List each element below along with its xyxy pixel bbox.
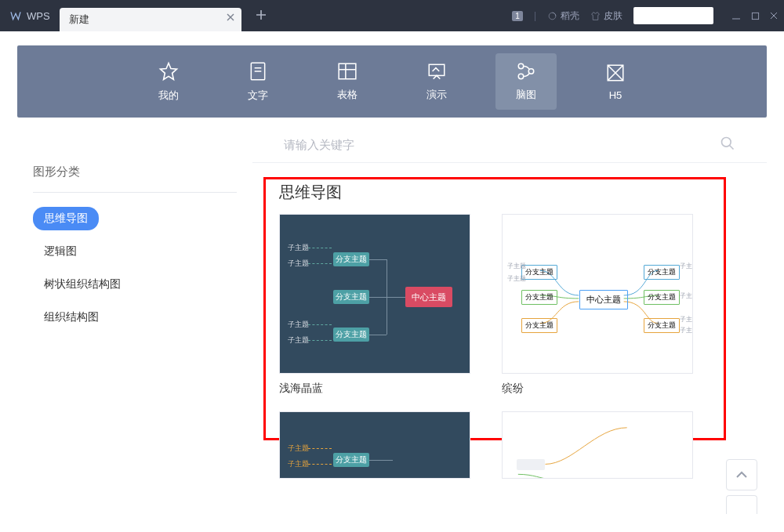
close-button[interactable] [768, 10, 779, 21]
template-thumb-4[interactable] [502, 411, 693, 479]
template-thumb-1[interactable]: 中心主题 分支主题 分支主题 分支主题 子主题 子主题 子主题 子主题 [279, 214, 470, 374]
template-link[interactable]: 稻壳 [547, 9, 579, 23]
category-org[interactable]: 组织结构图 [33, 306, 110, 329]
mindmap-icon [515, 61, 537, 81]
template-thumb-3[interactable]: 分支主题 子主题 子主题 [279, 411, 470, 479]
brand-text: WPS [27, 10, 50, 22]
scroll-top-button[interactable] [726, 459, 757, 490]
minimize-button[interactable] [731, 10, 742, 21]
document-icon [248, 60, 268, 82]
section-title: 思维导图 [279, 182, 767, 203]
tool-doc[interactable]: 文字 [227, 53, 289, 110]
svg-rect-1 [752, 13, 758, 19]
tool-mind[interactable]: 脑图 [495, 53, 557, 110]
tool-sheet[interactable]: 表格 [317, 53, 378, 110]
search-row [252, 127, 767, 163]
template-gallery: 思维导图 中心主题 分支主题 分支主题 分支主题 子主题 子主题 子主题 子主题 [252, 163, 767, 517]
star-icon [158, 60, 180, 82]
main-panel: 思维导图 中心主题 分支主题 分支主题 分支主题 子主题 子主题 子主题 子主题 [252, 127, 767, 517]
category-tree-org[interactable]: 树状组织结构图 [33, 273, 132, 296]
svg-point-0 [549, 13, 556, 20]
tool-h5[interactable]: H5 [585, 53, 646, 110]
skin-link[interactable]: 皮肤 [590, 9, 622, 23]
template-item-2: 中心主题 分支主题 分支主题 分支主题 分支主题 分支主题 分支主题 子主题 子… [502, 214, 693, 396]
category-toolbar: 我的 文字 表格 演示 脑图 H5 [17, 45, 767, 118]
skin-icon [590, 11, 601, 21]
template-name-1: 浅海晶蓝 [279, 382, 470, 396]
titlebar-search[interactable] [633, 7, 713, 24]
close-icon[interactable] [226, 13, 235, 24]
new-tab-button[interactable] [256, 8, 267, 24]
tab-new[interactable]: 新建 [60, 8, 241, 31]
maximize-button[interactable] [750, 10, 760, 21]
feedback-tab[interactable] [726, 495, 757, 514]
sidebar: 图形分类 思维导图 逻辑图 树状组织结构图 组织结构图 [17, 127, 252, 517]
category-list: 思维导图 逻辑图 树状组织结构图 组织结构图 [33, 207, 237, 329]
svg-point-5 [518, 63, 524, 69]
tab-label: 新建 [69, 13, 89, 27]
svg-rect-4 [429, 64, 445, 75]
divider [33, 192, 237, 193]
category-heading: 图形分类 [33, 165, 237, 179]
h5-icon [605, 63, 626, 83]
search-icon[interactable] [720, 136, 735, 154]
table-icon [336, 61, 358, 81]
svg-point-9 [722, 137, 731, 147]
titlebar: WPS 新建 1 | 稻壳 皮肤 [0, 0, 784, 31]
notification-badge[interactable]: 1 [512, 11, 523, 21]
svg-rect-3 [339, 63, 356, 79]
template-name-2: 缤纷 [502, 382, 693, 396]
presentation-icon [426, 61, 448, 81]
template-item-1: 中心主题 分支主题 分支主题 分支主题 子主题 子主题 子主题 子主题 [279, 214, 470, 396]
category-mindmap[interactable]: 思维导图 [33, 207, 99, 230]
tool-slide[interactable]: 演示 [406, 53, 467, 110]
wps-brand: WPS [0, 0, 60, 31]
template-thumb-2[interactable]: 中心主题 分支主题 分支主题 分支主题 分支主题 分支主题 分支主题 子主题 子… [502, 214, 693, 374]
category-logic[interactable]: 逻辑图 [33, 240, 88, 263]
svg-point-6 [518, 74, 524, 79]
tool-mine[interactable]: 我的 [138, 53, 199, 110]
search-input[interactable] [284, 138, 720, 151]
wps-logo-icon [9, 9, 22, 22]
template-icon [547, 11, 557, 21]
